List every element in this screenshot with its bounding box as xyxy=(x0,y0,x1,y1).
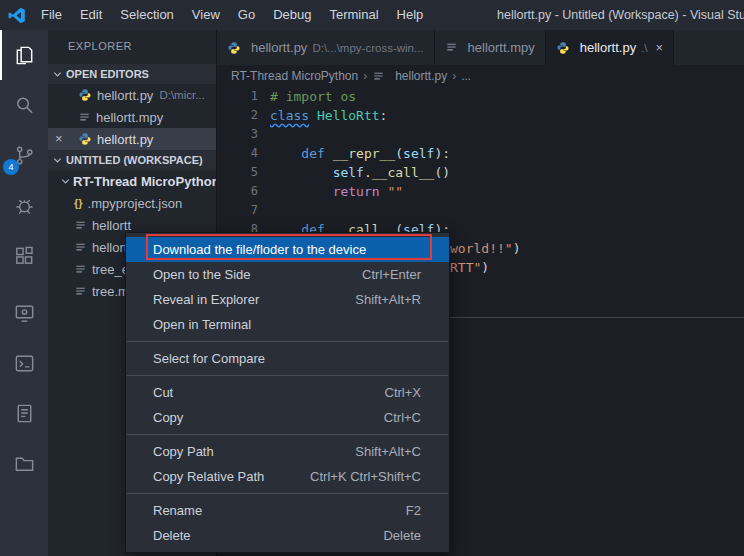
menu-item-label: Delete xyxy=(153,528,363,543)
menu-item-copy[interactable]: CopyCtrl+C xyxy=(126,405,449,430)
folder-view-icon[interactable] xyxy=(0,438,48,488)
file-icon xyxy=(372,70,385,83)
code-token xyxy=(325,146,333,161)
menu-item-label: Copy xyxy=(153,410,364,425)
menu-item-label: Open in Terminal xyxy=(153,317,401,332)
line-number[interactable]: 6 xyxy=(217,182,258,201)
code-text xyxy=(258,201,270,220)
menu-item-shortcut: F2 xyxy=(406,503,421,518)
code-token: def xyxy=(301,146,324,161)
line-number[interactable]: 2 xyxy=(217,106,258,125)
extensions-icon[interactable] xyxy=(0,230,48,280)
window-title: hellortt.py - Untitled (Workspace) - Vis… xyxy=(497,0,744,30)
menu-item-open-to-the-side[interactable]: Open to the SideCtrl+Enter xyxy=(126,262,449,287)
open-editors-header[interactable]: OPEN EDITORS xyxy=(48,64,216,84)
line-number[interactable]: 4 xyxy=(217,144,258,163)
python-file-icon xyxy=(78,88,92,102)
open-editor-item[interactable]: ×hellortt.py xyxy=(48,128,216,150)
tree-item-label: hellort xyxy=(92,240,127,255)
vscode-window: FileEditSelectionViewGoDebugTerminalHelp… xyxy=(0,0,744,556)
menu-item-rename[interactable]: RenameF2 xyxy=(126,498,449,523)
explorer-icon[interactable] xyxy=(0,30,48,80)
menu-item-shortcut: Ctrl+X xyxy=(385,385,421,400)
menu-item-copy-path[interactable]: Copy PathShift+Alt+C xyxy=(126,439,449,464)
tree-item-label: RT-Thread MicroPython xyxy=(73,174,216,189)
menu-item-shortcut: Ctrl+Enter xyxy=(362,267,421,282)
workspace-label: UNTITLED (WORKSPACE) xyxy=(66,154,203,166)
close-icon[interactable]: × xyxy=(656,40,664,55)
code-token: __repr__ xyxy=(333,146,396,161)
code-line: 3 xyxy=(217,125,744,144)
menu-item-shortcut: Ctrl+K Ctrl+Shift+C xyxy=(310,469,421,484)
menu-item-delete[interactable]: DeleteDelete xyxy=(126,523,449,548)
menu-help[interactable]: Help xyxy=(388,0,433,30)
tab-label: hellortt.py xyxy=(580,40,636,55)
menu-separator xyxy=(127,434,448,435)
device-monitor-icon[interactable] xyxy=(0,288,48,338)
line-number[interactable]: 1 xyxy=(217,87,258,106)
json-file-icon: {} xyxy=(74,197,83,209)
menu-file[interactable]: File xyxy=(32,0,71,30)
editor-tab[interactable]: hellortt.py.\× xyxy=(546,30,674,65)
menu-item-download-the-file-floder-to-the-device[interactable]: Download the file/floder to the device xyxy=(126,237,449,262)
tab-bar: hellortt.pyD:\...\mpy-cross-win...hellor… xyxy=(217,30,744,65)
code-token: () xyxy=(434,165,450,180)
explorer-title: EXPLORER xyxy=(48,30,216,64)
menu-debug[interactable]: Debug xyxy=(264,0,320,30)
menu-item-shortcut: Ctrl+C xyxy=(384,410,421,425)
breadcrumb-separator-icon: › xyxy=(363,69,367,83)
menu-item-shortcut: Delete xyxy=(383,528,421,543)
open-editor-path: D:\micr... xyxy=(159,89,204,101)
debug-icon[interactable] xyxy=(0,180,48,230)
code-token: self xyxy=(333,165,364,180)
vscode-logo-icon xyxy=(0,6,32,25)
menu-item-copy-relative-path[interactable]: Copy Relative PathCtrl+K Ctrl+Shift+C xyxy=(126,464,449,489)
source-control-icon[interactable]: 4 xyxy=(0,130,48,180)
scm-badge: 4 xyxy=(3,159,19,175)
line-number[interactable]: 7 xyxy=(217,201,258,220)
code-token: return xyxy=(333,184,380,199)
terminal-console-icon[interactable] xyxy=(0,338,48,388)
file-file-icon xyxy=(74,241,87,254)
menu-item-select-for-compare[interactable]: Select for Compare xyxy=(126,346,449,371)
menu-item-label: Reveal in Explorer xyxy=(153,292,335,307)
code-text: class HelloRtt: xyxy=(258,106,387,125)
menu-terminal[interactable]: Terminal xyxy=(320,0,387,30)
menu-edit[interactable]: Edit xyxy=(71,0,111,30)
workspace-header[interactable]: UNTITLED (WORKSPACE) xyxy=(48,150,216,170)
breadcrumb-item[interactable]: hellortt.py xyxy=(395,69,447,83)
menu-item-reveal-in-explorer[interactable]: Reveal in ExplorerShift+Alt+R xyxy=(126,287,449,312)
menu-view[interactable]: View xyxy=(183,0,229,30)
breadcrumb: RT-Thread MicroPython›hellortt.py›... xyxy=(217,65,744,87)
code-token: class xyxy=(270,108,309,123)
code-token: ) xyxy=(513,241,521,256)
menu-item-cut[interactable]: CutCtrl+X xyxy=(126,380,449,405)
search-icon[interactable] xyxy=(0,80,48,130)
menu-go[interactable]: Go xyxy=(229,0,264,30)
breadcrumb-item[interactable]: ... xyxy=(461,69,471,83)
editor-tab[interactable]: hellortt.mpy xyxy=(435,30,546,65)
tree-item-label: .mpyproject.json xyxy=(88,196,183,211)
menu-separator xyxy=(127,375,448,376)
line-number[interactable]: 5 xyxy=(217,163,258,182)
tree-file[interactable]: {}.mpyproject.json xyxy=(48,192,216,214)
editor-tab[interactable]: hellortt.pyD:\...\mpy-cross-win... xyxy=(217,30,435,65)
code-token: self xyxy=(403,146,434,161)
tab-label: hellortt.py xyxy=(251,40,307,55)
close-icon[interactable]: × xyxy=(55,128,63,150)
breadcrumb-item[interactable]: RT-Thread MicroPython xyxy=(231,69,358,83)
open-editor-item[interactable]: hellortt.mpy xyxy=(48,106,216,128)
menu-item-label: Download the file/floder to the device xyxy=(153,242,401,257)
line-number[interactable]: 3 xyxy=(217,125,258,144)
open-editor-item[interactable]: hellortt.pyD:\micr... xyxy=(48,84,216,106)
python-file-icon xyxy=(78,132,92,146)
open-editor-name: hellortt.py xyxy=(97,88,153,103)
code-line: 2class HelloRtt: xyxy=(217,106,744,125)
code-text: return "" xyxy=(258,182,403,201)
tree-folder[interactable]: RT-Thread MicroPython xyxy=(48,170,216,192)
menu-selection[interactable]: Selection xyxy=(111,0,182,30)
menu-separator xyxy=(127,493,448,494)
output-document-icon[interactable] xyxy=(0,388,48,438)
python-file-icon xyxy=(556,41,570,55)
menu-item-open-in-terminal[interactable]: Open in Terminal xyxy=(126,312,449,337)
